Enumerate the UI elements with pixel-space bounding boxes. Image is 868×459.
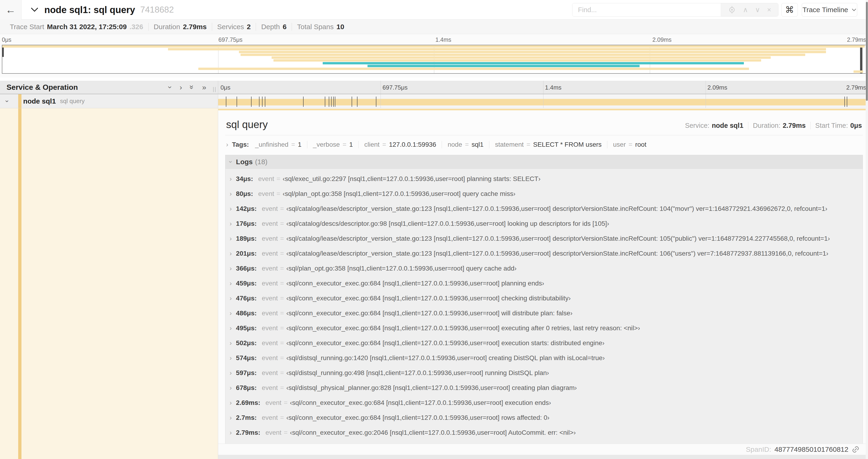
- summary-label: Duration: [154, 23, 180, 31]
- tag-equals: =: [629, 141, 632, 148]
- log-field-key: event: [262, 280, 278, 287]
- log-field-value: ‹sql/conn_executor_exec.go:2046 [nsql1,c…: [290, 429, 576, 436]
- log-marker-tick[interactable]: [357, 97, 358, 107]
- log-timestamp: 176μs:: [236, 220, 257, 227]
- tag-key: node: [447, 141, 462, 148]
- collapse-trace-chevron-icon[interactable]: [30, 6, 39, 13]
- log-row[interactable]: ›189μs:event=‹sql/catalog/lease/descript…: [225, 231, 863, 246]
- minimap-tick-label: 0μs: [2, 36, 11, 43]
- log-row[interactable]: ›176μs:event=‹sql/catalog/descs/descript…: [225, 216, 863, 231]
- detail-meta-label: Service:: [685, 122, 710, 129]
- span-id-footer: SpanID: 4877749850101760812: [218, 444, 868, 455]
- minimap-canvas[interactable]: [2, 45, 866, 74]
- log-marker-tick[interactable]: [352, 97, 352, 107]
- collapse-one-icon[interactable]: ›: [166, 86, 174, 89]
- collapse-all-icon[interactable]: »: [188, 85, 196, 89]
- trace-summary-bar: Trace StartMarch 31 2022, 17:25:09.326Du…: [0, 20, 868, 34]
- log-equals: =: [284, 429, 287, 436]
- summary-value: 2.79ms: [183, 23, 207, 31]
- log-marker-tick[interactable]: [329, 97, 329, 107]
- detail-meta-label: Duration:: [753, 122, 780, 129]
- log-row[interactable]: ›597μs:event=‹sql/distsql_running.go:498…: [225, 365, 863, 381]
- summary-item: Trace StartMarch 31 2022, 17:25:09.326: [5, 23, 148, 31]
- find-input[interactable]: [572, 3, 721, 16]
- log-timestamp: 574μs:: [236, 354, 257, 362]
- keyboard-shortcuts-button[interactable]: ⌘: [781, 3, 798, 17]
- column-resize-grip[interactable]: ||: [213, 86, 217, 92]
- log-marker-tick[interactable]: [265, 97, 265, 107]
- ruler-tick-label: 0μs: [220, 84, 230, 91]
- logs-header[interactable]: › Logs (18): [225, 155, 863, 169]
- log-row[interactable]: ›2.79ms:event=‹sql/conn_executor_exec.go…: [225, 425, 863, 440]
- log-field-value: ‹sql/distsql_running.go:1420 [nsql1,clie…: [286, 354, 605, 362]
- log-row[interactable]: ›34μs:event=‹sql/exec_util.go:2297 [nsql…: [225, 171, 863, 186]
- log-chevron-icon: ›: [229, 190, 232, 198]
- page-scrollbar: [866, 0, 868, 459]
- log-marker-tick[interactable]: [376, 97, 376, 107]
- log-row[interactable]: ›502μs:event=‹sql/conn_executor_exec.go:…: [225, 336, 863, 351]
- log-equals: =: [280, 295, 284, 302]
- scrollbar-thumb[interactable]: [866, 2, 868, 101]
- logs-count: (18): [255, 158, 268, 166]
- log-row[interactable]: ›201μs:event=‹sql/catalog/lease/descript…: [225, 246, 863, 261]
- log-marker-tick[interactable]: [226, 97, 226, 107]
- log-field-key: event: [262, 414, 278, 421]
- next-result-icon[interactable]: ∨: [755, 6, 760, 13]
- log-timestamp: 366μs:: [236, 265, 257, 272]
- ruler-gridline: [543, 81, 544, 94]
- log-field-key: event: [262, 295, 278, 302]
- log-marker-tick[interactable]: [303, 97, 304, 107]
- log-marker-tick[interactable]: [335, 97, 335, 107]
- log-row[interactable]: ›486μs:event=‹sql/conn_executor_exec.go:…: [225, 306, 863, 321]
- log-chevron-icon: ›: [229, 369, 232, 377]
- tags-chevron-icon: ›: [226, 141, 228, 148]
- log-row[interactable]: ›366μs:event=‹sql/plan_opt.go:358 [nsql1…: [225, 261, 863, 276]
- log-equals: =: [277, 175, 280, 183]
- log-marker-tick[interactable]: [331, 97, 332, 107]
- log-marker-tick[interactable]: [259, 97, 259, 107]
- expand-all-icon[interactable]: »: [202, 84, 206, 91]
- top-bar: ← node sql1: sql query 7418682 ∧ ∨ ×: [0, 0, 868, 20]
- span-row-timeline-cell[interactable]: [218, 94, 868, 108]
- log-row[interactable]: ›80μs:event=‹sql/plan_opt.go:358 [nsql1,…: [225, 186, 863, 201]
- locate-icon[interactable]: [728, 6, 736, 14]
- log-marker-tick[interactable]: [847, 97, 847, 107]
- log-marker-tick[interactable]: [262, 97, 262, 107]
- clear-find-icon[interactable]: ×: [767, 6, 771, 13]
- link-icon[interactable]: [852, 446, 860, 453]
- span-detail-meta: Service:node sql1Duration:2.79msStart Ti…: [685, 122, 862, 130]
- log-marker-tick[interactable]: [325, 97, 325, 107]
- span-collapse-chevron-icon[interactable]: ›: [3, 100, 11, 102]
- trace-view-selector[interactable]: Trace Timeline: [802, 3, 857, 17]
- tag-key: _verbose: [313, 141, 340, 148]
- back-button[interactable]: ←: [0, 0, 22, 20]
- log-chevron-icon: ›: [229, 280, 232, 287]
- log-row[interactable]: ›459μs:event=‹sql/conn_executor_exec.go:…: [225, 276, 863, 291]
- summary-label: Trace Start: [10, 23, 44, 31]
- log-row[interactable]: ›574μs:event=‹sql/distsql_running.go:142…: [225, 351, 863, 365]
- prev-result-icon[interactable]: ∧: [743, 6, 748, 13]
- log-field-key: event: [262, 369, 278, 377]
- log-marker-tick[interactable]: [333, 97, 334, 107]
- log-chevron-icon: ›: [229, 354, 232, 362]
- minimap-right-drag-handle[interactable]: [860, 45, 862, 73]
- log-row[interactable]: ›678μs:event=‹sql/distsql_physical_plann…: [225, 381, 863, 395]
- tags-accordion[interactable]: › Tags: _unfinished=1_verbose=1client=12…: [225, 135, 863, 153]
- log-row[interactable]: ›2.69ms:event=‹sql/conn_executor_exec.go…: [225, 395, 863, 410]
- log-row[interactable]: ›476μs:event=‹sql/conn_executor_exec.go:…: [225, 291, 863, 306]
- tag-item: _unfinished=1: [255, 141, 302, 148]
- log-equals: =: [280, 265, 284, 272]
- log-timestamp: 678μs:: [236, 384, 257, 392]
- log-marker-tick[interactable]: [844, 97, 845, 107]
- span-row-name-cell[interactable]: › node sql1 sql query: [0, 94, 218, 108]
- expand-one-icon[interactable]: ›: [180, 84, 182, 91]
- service-operation-header: Service & Operation › › » » ||: [0, 81, 218, 94]
- log-marker-tick[interactable]: [251, 97, 251, 107]
- log-marker-tick[interactable]: [237, 97, 237, 107]
- log-row[interactable]: ›2.7ms:event=‹sql/conn_executor_exec.go:…: [225, 410, 863, 425]
- log-row[interactable]: ›142μs:event=‹sql/catalog/lease/descript…: [225, 201, 863, 216]
- log-row[interactable]: ›495μs:event=‹sql/conn_executor_exec.go:…: [225, 321, 863, 336]
- log-equals: =: [280, 339, 284, 347]
- log-timestamp: 476μs:: [236, 295, 257, 302]
- tag-equals: =: [526, 141, 530, 148]
